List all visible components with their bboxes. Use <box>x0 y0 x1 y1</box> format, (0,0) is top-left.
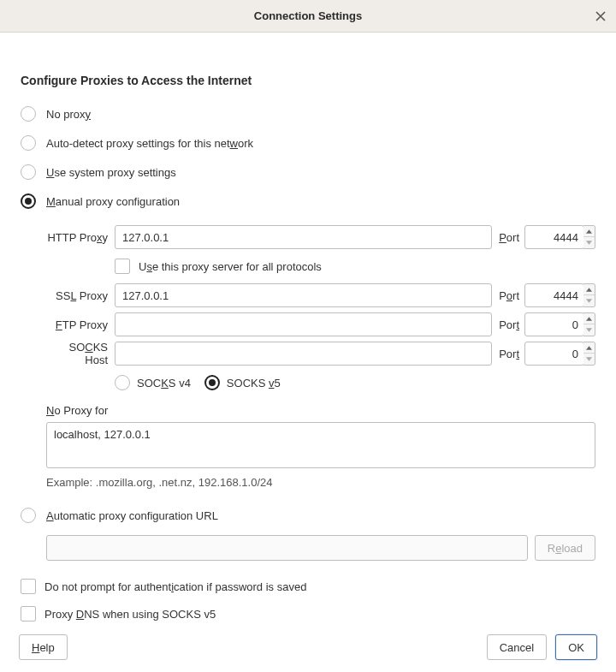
ftp-proxy-input[interactable] <box>115 312 492 336</box>
section-title: Configure Proxies to Access the Internet <box>21 74 595 87</box>
http-proxy-label: HTTP Proxy <box>46 231 115 244</box>
bottom-options: Do not prompt for authentication if pass… <box>21 573 595 627</box>
socks-port-label: Port <box>492 348 524 360</box>
ftp-proxy-row: FTP Proxy Port <box>46 310 595 339</box>
chevron-down-icon[interactable] <box>583 354 595 365</box>
radio-label: Auto-detect proxy settings for this netw… <box>46 137 253 150</box>
ftp-port-spinner[interactable] <box>583 312 595 336</box>
radio-no-proxy[interactable]: No proxy <box>21 99 595 128</box>
http-port-label: Port <box>492 231 524 244</box>
ok-button[interactable]: OK <box>555 634 597 660</box>
chevron-up-icon[interactable] <box>583 313 595 324</box>
socks-port-input[interactable] <box>524 342 584 366</box>
cancel-button[interactable]: Cancel <box>487 634 547 660</box>
auto-config-url-input[interactable] <box>46 535 528 561</box>
checkbox-icon <box>21 606 36 621</box>
socks-host-row: SOCKS Host Port <box>46 339 595 368</box>
socks-host-input[interactable] <box>115 342 492 366</box>
dialog-footer: Help Cancel OK <box>0 622 616 672</box>
socks-port-spinner[interactable] <box>583 342 595 366</box>
chevron-down-icon[interactable] <box>583 237 595 248</box>
checkbox-icon <box>21 579 36 594</box>
http-proxy-row: HTTP Proxy Port <box>46 223 595 252</box>
chevron-up-icon[interactable] <box>583 284 595 295</box>
chevron-up-icon[interactable] <box>583 342 595 354</box>
http-port-input[interactable] <box>524 225 584 249</box>
socks-v4-label: SOCKS v4 <box>137 377 191 390</box>
reload-button[interactable]: Reload <box>535 535 595 561</box>
http-proxy-input[interactable] <box>115 225 492 249</box>
ssl-proxy-row: SSL Proxy Port <box>46 281 595 310</box>
radio-system-proxy[interactable]: Use system proxy settings <box>21 158 595 187</box>
checkbox-label: Use this proxy server for all protocols <box>139 260 322 273</box>
checkbox-label: Proxy DNS when using SOCKS v5 <box>44 608 216 621</box>
radio-auto-detect[interactable]: Auto-detect proxy settings for this netw… <box>21 128 595 158</box>
titlebar: Connection Settings <box>0 0 616 33</box>
no-proxy-for-label: No Proxy for <box>46 404 595 417</box>
ssl-proxy-input[interactable] <box>115 283 492 307</box>
dialog-title: Connection Settings <box>254 9 362 22</box>
auto-config-url-row: Reload <box>46 535 595 561</box>
no-proxy-for-input[interactable]: localhost, 127.0.0.1 <box>46 422 595 468</box>
chevron-down-icon[interactable] <box>583 295 595 306</box>
ftp-port-label: Port <box>492 318 524 331</box>
ssl-port-label: Port <box>492 289 524 302</box>
socks-host-label: SOCKS Host <box>46 341 115 366</box>
ftp-port-input[interactable] <box>524 312 584 336</box>
radio-socks-v5[interactable] <box>204 375 220 390</box>
radio-label: Use system proxy settings <box>46 166 176 179</box>
radio-icon <box>21 164 36 180</box>
chevron-down-icon[interactable] <box>583 324 595 336</box>
dialog-content: Configure Proxies to Access the Internet… <box>0 33 616 627</box>
radio-label: Automatic proxy configuration URL <box>46 509 218 522</box>
radio-icon <box>21 135 36 151</box>
radio-auto-config-url[interactable]: Automatic proxy configuration URL <box>21 501 595 530</box>
checkbox-icon <box>115 259 130 274</box>
ftp-proxy-label: FTP Proxy <box>46 318 115 331</box>
ssl-port-spinner[interactable] <box>583 283 595 307</box>
radio-icon <box>21 193 36 209</box>
ssl-port-input[interactable] <box>524 283 584 307</box>
radio-label: No proxy <box>46 108 91 121</box>
help-button[interactable]: Help <box>19 634 68 660</box>
ssl-proxy-label: SSL Proxy <box>46 289 115 302</box>
radio-icon <box>21 106 36 122</box>
socks-v5-label: SOCKS v5 <box>227 377 281 390</box>
radio-manual-proxy[interactable]: Manual proxy configuration <box>21 187 595 216</box>
no-proxy-example: Example: .mozilla.org, .net.nz, 192.168.… <box>46 476 595 489</box>
socks-version-row: SOCKS v4 SOCKS v5 <box>115 368 595 397</box>
auth-prompt-checkbox[interactable]: Do not prompt for authentication if pass… <box>21 573 595 600</box>
radio-socks-v4[interactable] <box>115 375 130 390</box>
http-port-spinner[interactable] <box>583 225 595 249</box>
chevron-up-icon[interactable] <box>583 226 595 237</box>
radio-label: Manual proxy configuration <box>46 195 180 208</box>
use-all-protocols-checkbox[interactable]: Use this proxy server for all protocols <box>115 252 595 281</box>
radio-icon <box>21 508 36 523</box>
checkbox-label: Do not prompt for authentication if pass… <box>44 580 306 593</box>
close-icon[interactable] <box>592 8 609 25</box>
manual-proxy-form: HTTP Proxy Port Use this proxy server fo… <box>46 223 595 489</box>
